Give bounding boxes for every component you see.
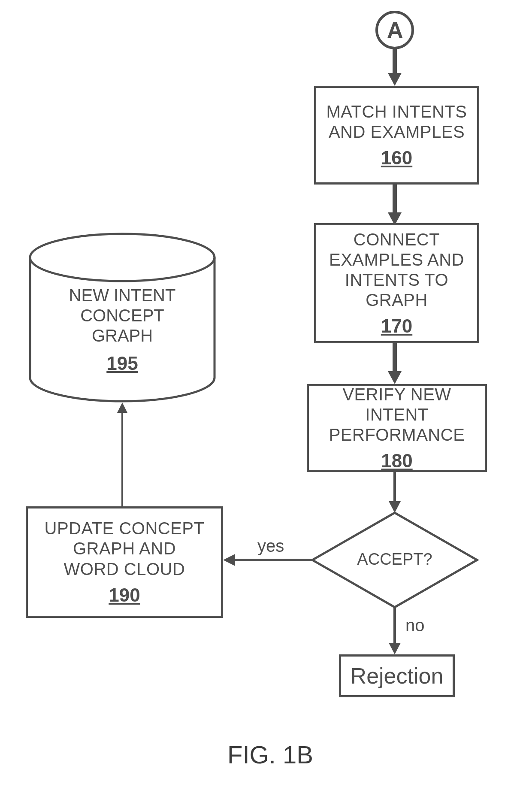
process-label: VERIFY NEW INTENT PERFORMANCE (313, 384, 481, 445)
decision-accept: ACCEPT? (343, 550, 446, 569)
svg-marker-11 (223, 554, 235, 566)
process-update-graph: UPDATE CONCEPT GRAPH AND WORD CLOUD 190 (26, 506, 223, 618)
process-number: 170 (381, 315, 412, 337)
process-label: CONNECT EXAMPLES AND INTENTS TO GRAPH (320, 230, 473, 311)
svg-point-16 (30, 234, 215, 281)
process-connect-examples: CONNECT EXAMPLES AND INTENTS TO GRAPH 17… (314, 223, 479, 343)
process-label: UPDATE CONCEPT GRAPH AND WORD CLOUD (45, 518, 205, 579)
figure-label: FIG. 1B (227, 740, 313, 769)
process-label: MATCH INTENTS AND EXAMPLES (326, 102, 467, 142)
process-verify-performance: VERIFY NEW INTENT PERFORMANCE 180 (307, 384, 487, 472)
edge-no-label: no (405, 616, 425, 635)
svg-marker-13 (389, 643, 401, 654)
svg-marker-8 (389, 501, 401, 513)
terminal-rejection: Rejection (339, 654, 455, 697)
svg-marker-15 (117, 403, 127, 413)
terminal-label: Rejection (351, 663, 444, 689)
datastore-label: NEW INTENT CONCEPT GRAPH (51, 285, 193, 346)
connector-a-label: A (387, 17, 403, 43)
process-number: 180 (381, 450, 412, 472)
process-number: 160 (381, 147, 412, 169)
process-match-intents: MATCH INTENTS AND EXAMPLES 160 (314, 86, 479, 185)
svg-marker-6 (388, 371, 402, 384)
process-number: 190 (109, 584, 140, 606)
svg-marker-2 (388, 73, 402, 86)
datastore-new-intent-graph: NEW INTENT CONCEPT GRAPH 195 (51, 285, 193, 374)
edge-yes-label: yes (257, 536, 284, 556)
datastore-number: 195 (51, 352, 193, 375)
